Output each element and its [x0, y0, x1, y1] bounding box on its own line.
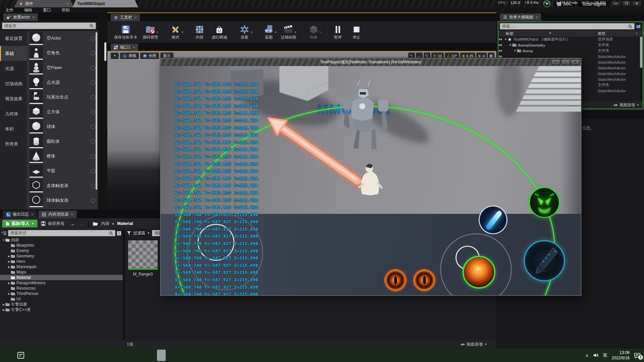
visibility-eye-icon[interactable] [498, 49, 504, 52]
close-button[interactable]: ✕ [571, 59, 580, 65]
maximize-button[interactable]: ❐ [622, 1, 631, 6]
skull-skill-button[interactable] [529, 187, 560, 218]
close-icon[interactable]: ✕ [134, 16, 137, 19]
place-item[interactable]: 空角色 [27, 46, 98, 60]
taskbar-app-button[interactable] [157, 350, 166, 361]
tree-folder-ThirdPerson[interactable]: ▶ThirdPerson [0, 291, 123, 296]
scrollbar-thumb[interactable] [640, 37, 642, 68]
drag-handle-icon[interactable] [91, 154, 95, 159]
drag-handle-icon[interactable] [91, 110, 95, 114]
category-体积[interactable]: 体积 [0, 121, 27, 136]
tree-folder-Geometry[interactable]: ▶Geometry [0, 253, 123, 259]
tree-folder-Hero[interactable]: ▶Hero [0, 259, 123, 264]
place-item[interactable]: 点光源 [27, 75, 98, 90]
tree-folder-Material[interactable]: Material [0, 275, 123, 280]
outliner-row[interactable]: ▼Arena文件夹 [498, 48, 643, 54]
drag-handle-icon[interactable] [91, 139, 95, 144]
menu-item-文件[interactable]: 文件 [0, 7, 19, 13]
new-folder-icon[interactable] [636, 24, 641, 29]
tree-folder-Blueprints[interactable]: Blueprints [0, 243, 123, 248]
toolbar-button-构建[interactable]: ▼构建 [304, 22, 323, 42]
breadcrumb-root[interactable]: 内容 [101, 221, 109, 227]
taskbar-app-icon[interactable] [17, 351, 25, 359]
close-icon[interactable]: ✕ [70, 213, 73, 216]
category-过场动画[interactable]: 过场动画 [0, 76, 27, 91]
tree-folder-引擎目录[interactable]: ▶引擎目录 [0, 302, 123, 307]
place-item[interactable]: 球体 [27, 119, 98, 134]
place-item[interactable]: 平面 [27, 164, 98, 178]
place-item[interactable]: 空Pawn [27, 60, 98, 75]
fire-eye-skill-button-1[interactable] [384, 269, 407, 291]
drag-handle-icon[interactable] [91, 66, 95, 70]
breadcrumb-leaf[interactable]: Material [117, 221, 133, 226]
save-all-button[interactable]: 保存所有 [41, 221, 64, 227]
minimize-button[interactable]: — [551, 59, 560, 65]
tab-toolbar[interactable]: 工具栏 ✕ [111, 14, 140, 21]
close-button[interactable]: ✕ [632, 1, 641, 6]
expander-icon[interactable]: ▼ [513, 49, 517, 52]
tab-plugins[interactable]: 插件 ✕ [14, 0, 74, 7]
nav-forward-button[interactable]: → [79, 221, 84, 227]
speaker-icon[interactable] [593, 353, 599, 358]
notification-center-icon[interactable]: 1 [634, 353, 641, 358]
tab-content-browser[interactable]: 内容浏览器 ✕ [38, 210, 76, 218]
drag-handle-icon[interactable] [91, 51, 95, 55]
close-icon[interactable]: ✕ [66, 2, 69, 6]
view-options-button[interactable]: 视图选项 [620, 103, 635, 108]
drag-handle-icon[interactable] [91, 198, 95, 203]
lit-button[interactable]: 光照 [140, 53, 159, 59]
tree-folder-Resources[interactable]: Resources [0, 286, 123, 291]
toolbar-button-内容[interactable]: 内容 [190, 22, 209, 42]
category-光源[interactable]: 光源 [0, 61, 27, 76]
toolbar-button-模式[interactable]: ▼模式 [166, 22, 185, 42]
visibility-eye-icon[interactable] [498, 38, 504, 41]
category-基础[interactable]: 基础 [0, 46, 27, 61]
drag-handle-icon[interactable] [91, 80, 95, 85]
drag-handle-icon[interactable] [91, 125, 95, 129]
view-options-button[interactable]: 视图选项 ▼ [461, 342, 487, 347]
drag-handle-icon[interactable] [91, 184, 95, 188]
tab-output-log[interactable]: 输出日志 ✕ [3, 210, 37, 218]
taskbar-clock[interactable]: 13:06 2022/5/16 [612, 350, 630, 361]
drag-handle-icon[interactable] [91, 36, 95, 41]
tab-place-actors[interactable]: 放置actor ✕ [3, 13, 38, 21]
tree-folder-内容[interactable]: ▼内容 [0, 237, 123, 243]
search-input[interactable]: 搜索类 [2, 22, 96, 29]
ime-language-indicator[interactable]: 英 [603, 352, 607, 358]
expander-icon[interactable]: ▼ [508, 44, 512, 47]
place-item[interactable]: 玩家出生点 [27, 90, 98, 105]
expander-icon[interactable]: ▶ [7, 282, 11, 285]
close-icon[interactable]: ✕ [32, 15, 35, 19]
category-视觉效果[interactable]: 视觉效果 [0, 91, 27, 106]
fire-eye-skill-button-2[interactable] [413, 269, 435, 291]
category-所有类[interactable]: 所有类 [0, 136, 27, 152]
category-最近放置[interactable]: 最近放置 [0, 31, 27, 46]
tree-folder-ParagonMinions[interactable]: ▶ParagonMinions [0, 280, 123, 286]
tab-world-outliner[interactable]: 世界大纲视图 ✕ [500, 13, 541, 21]
path-search-input[interactable]: 搜索路径 [8, 230, 115, 236]
visibility-eye-icon[interactable] [498, 44, 504, 47]
menu-item-编辑[interactable]: 编辑 [19, 7, 38, 13]
place-item[interactable]: 盒体触发器 [27, 178, 98, 193]
toolbar-button-保存当前关卡[interactable]: 保存当前关卡 [111, 22, 140, 42]
drag-handle-icon[interactable] [91, 95, 95, 100]
add-import-button[interactable]: 添加/导入 ▼ [2, 220, 38, 228]
expander-icon[interactable]: ▶ [7, 260, 11, 263]
expander-icon[interactable]: ▶ [2, 308, 5, 311]
toolbar-button-过场动画[interactable]: ▼过场动画 [278, 22, 299, 42]
expander-icon[interactable]: ▼ [2, 239, 5, 242]
scrollbar[interactable] [96, 32, 97, 190]
flame-skill-button[interactable] [463, 256, 495, 289]
place-item[interactable]: 空Actor [27, 31, 98, 46]
asset-tile-m-range3[interactable]: M_Range3 [127, 240, 159, 277]
toolbar-button-源码管理[interactable]: ▼源码管理 [140, 22, 161, 42]
outliner-column-header[interactable]: 标签 ▲ 类型 ▼ [498, 31, 643, 37]
close-icon[interactable]: ✕ [535, 15, 538, 19]
viewport-options-button[interactable]: ▼ [111, 53, 119, 59]
close-icon[interactable]: ✕ [132, 46, 135, 49]
expander-icon[interactable]: ▶ [7, 292, 11, 295]
toolbar-button-蓝图[interactable]: ▼蓝图 [259, 22, 278, 42]
minimize-button[interactable]: — [611, 1, 621, 6]
outliner-row[interactable]: ▼ArenaGeometry文件夹 [498, 42, 643, 48]
toolbar-button-暂停[interactable]: 暂停 [328, 22, 347, 42]
